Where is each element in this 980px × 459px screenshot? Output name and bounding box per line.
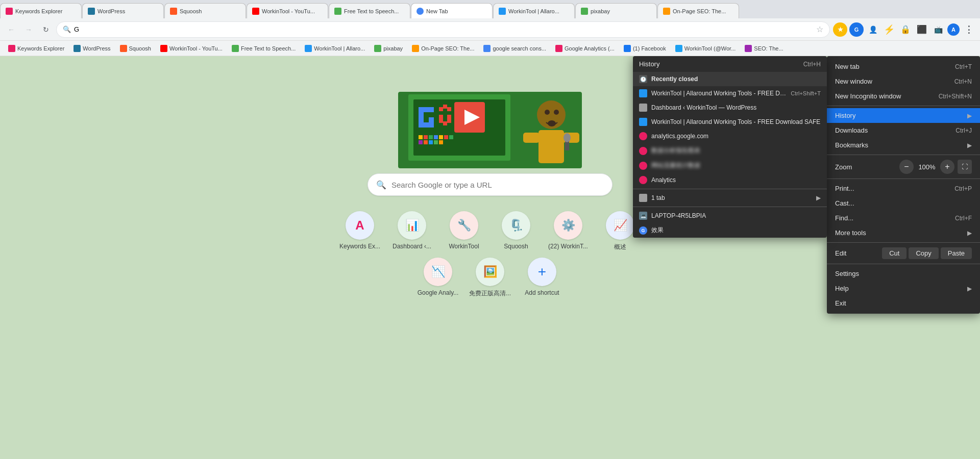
menu-item-new-window[interactable]: New window Ctrl+N	[827, 74, 980, 89]
tab-pixabay[interactable]: pixabay	[575, 3, 657, 18]
history-item-blur-2[interactable]: 网站流量统计数据	[633, 158, 827, 173]
forward-button[interactable]: →	[21, 22, 36, 37]
bookmark-workintool-yt[interactable]: WorkinTool - YouTu...	[156, 42, 227, 55]
recently-closed-icon: 🕐	[639, 75, 647, 83]
extension-icon-2[interactable]: G	[849, 22, 864, 37]
menu-label-print: Print...	[835, 185, 954, 192]
history-item-workintool-2[interactable]: WorkinTool | Allaround Working Tools - F…	[633, 115, 827, 129]
menu-label-cast: Cast...	[835, 199, 972, 207]
address-bar[interactable]: 🔍 ☆	[56, 21, 830, 38]
extension-icon-5[interactable]: 🔒	[898, 22, 913, 37]
tab-keywords-explorer[interactable]: Keywords Explorer	[0, 3, 82, 18]
bookmark-pixabay[interactable]: pixabay	[370, 42, 407, 55]
copy-button[interactable]: Copy	[909, 247, 938, 259]
bookmark-workintool-allaro[interactable]: WorkinTool | Allaro...	[301, 42, 369, 55]
tab-onpage-seo[interactable]: On-Page SEO: The...	[657, 3, 739, 18]
tab-tts[interactable]: Free Text to Speech...	[329, 3, 410, 18]
history-item-dashboard[interactable]: Dashboard ‹ WorkinTool — WordPress	[633, 100, 827, 115]
three-dot-menu-button[interactable]: ⋮	[962, 22, 976, 37]
zoom-in-button[interactable]: +	[940, 160, 954, 174]
menu-item-help[interactable]: Help ▶	[827, 281, 980, 296]
svg-rect-6	[419, 122, 424, 128]
menu-item-bookmarks[interactable]: Bookmarks ▶	[827, 138, 980, 152]
fullscreen-button[interactable]: ⛶	[958, 160, 972, 174]
reload-button[interactable]: ↻	[39, 22, 53, 37]
shortcut-workintool[interactable]: 🔧 WorkinTool	[441, 211, 487, 251]
cut-button[interactable]: Cut	[882, 247, 906, 259]
recently-closed-header[interactable]: 🕐 Recently closed	[633, 72, 827, 86]
extension-icon-1[interactable]: ★	[833, 22, 847, 37]
tab-favicon-squoosh	[170, 8, 177, 15]
bookmark-favicon-keywords	[8, 45, 15, 52]
history-item-analytics[interactable]: Analytics	[633, 173, 827, 187]
shortcut-squoosh[interactable]: 🗜️ Squoosh	[493, 211, 539, 251]
menu-label-new-window: New window	[835, 78, 954, 85]
bookmark-facebook[interactable]: (1) Facebook	[620, 42, 670, 55]
shortcut-pixabay[interactable]: 🖼️ 免费正版高清...	[467, 258, 513, 298]
shortcut-add[interactable]: + Add shortcut	[519, 258, 565, 298]
tab-favicon-keywords	[6, 8, 13, 15]
extension-icon-4[interactable]: ⚡	[882, 22, 896, 37]
bookmark-tts[interactable]: Free Text to Speech...	[228, 42, 300, 55]
shortcut-dashboard[interactable]: 📊 Dashboard ‹...	[389, 211, 435, 251]
svg-point-42	[564, 133, 571, 142]
bookmark-seo[interactable]: SEO: The...	[741, 42, 787, 55]
menu-item-cast[interactable]: Cast...	[827, 196, 980, 211]
bookmark-squoosh[interactable]: Squoosh	[116, 42, 155, 55]
menu-item-find[interactable]: Find... Ctrl+F	[827, 211, 980, 225]
bookmark-gsc[interactable]: google search cons...	[479, 42, 550, 55]
shortcut-analytics[interactable]: 📉 Google Analy...	[415, 258, 461, 298]
menu-label-history: History	[835, 112, 965, 119]
svg-rect-14	[439, 107, 443, 111]
cast-icon[interactable]: 📺	[931, 22, 945, 37]
bookmark-wordpress[interactable]: WordPress	[69, 42, 114, 55]
svg-rect-18	[447, 107, 451, 111]
url-input[interactable]	[74, 26, 816, 33]
bookmark-label-workintool-yt: WorkinTool - YouTu...	[169, 45, 223, 52]
shortcut-keywords[interactable]: A Keywords Ex...	[337, 211, 383, 251]
history-item-laptop[interactable]: 💻 LAPTOP-4R5LBPIA	[633, 209, 827, 223]
shortcut-icon-gaiyao: 📈	[606, 211, 634, 240]
bookmark-twitter-wt[interactable]: WorkinTool (@Wor...	[671, 42, 740, 55]
history-item-analytics-google[interactable]: analytics.google.com	[633, 129, 827, 143]
svg-rect-4	[419, 112, 424, 117]
extension-icon-6[interactable]: ⬛	[915, 22, 929, 37]
bookmark-favicon-facebook	[624, 45, 631, 52]
menu-item-history[interactable]: History ▶	[827, 108, 980, 123]
tab-workintool-allaro[interactable]: WorkinTool | Allaro...	[493, 3, 575, 18]
bookmark-keywords[interactable]: Keywords Explorer	[4, 42, 68, 55]
menu-item-incognito[interactable]: New Incognito window Ctrl+Shift+N	[827, 89, 980, 104]
bookmark-label-tts: Free Text to Speech...	[241, 45, 296, 52]
shortcut-label-keywords: Keywords Ex...	[339, 243, 380, 250]
svg-point-39	[554, 110, 559, 115]
extension-icon-3[interactable]: 👤	[866, 22, 880, 37]
back-button[interactable]: ←	[4, 22, 18, 37]
svg-rect-20	[447, 119, 451, 123]
zoom-out-button[interactable]: −	[899, 160, 914, 174]
paste-button[interactable]: Paste	[941, 247, 972, 259]
history-item-search[interactable]: G 效果	[633, 223, 827, 238]
tab-newtab-active[interactable]: New Tab	[411, 3, 493, 18]
menu-item-more-tools[interactable]: More tools ▶	[827, 225, 980, 240]
search-bar[interactable]: 🔍	[368, 173, 612, 196]
menu-item-exit[interactable]: Exit	[827, 296, 980, 311]
history-item-blur-1[interactable]: 数据分析报告图表	[633, 143, 827, 158]
menu-item-downloads[interactable]: Downloads Ctrl+J	[827, 123, 980, 138]
svg-rect-24	[429, 135, 433, 139]
menu-item-print[interactable]: Print... Ctrl+P	[827, 181, 980, 196]
tab-squoosh[interactable]: Squoosh	[164, 3, 246, 18]
bookmark-ga[interactable]: Google Analytics (...	[551, 42, 619, 55]
tab-wordpress[interactable]: WordPress	[82, 3, 164, 18]
shortcut-label-dashboard: Dashboard ‹...	[393, 243, 431, 250]
bookmark-star-icon[interactable]: ☆	[816, 24, 823, 34]
profile-icon[interactable]: A	[947, 23, 960, 36]
search-input[interactable]	[391, 181, 604, 189]
shortcut-workintool2[interactable]: ⚙️ (22) WorkinT...	[545, 211, 591, 251]
tab-workintool-yt[interactable]: WorkinTool - YouTu...	[247, 3, 328, 18]
menu-item-settings[interactable]: Settings	[827, 266, 980, 281]
history-item-1tab[interactable]: 1 tab ▶	[633, 191, 827, 205]
history-item-workintool-1[interactable]: WorkinTool | Allaround Working Tools - F…	[633, 86, 827, 100]
menu-arrow-history: ▶	[967, 112, 972, 119]
menu-item-new-tab[interactable]: New tab Ctrl+T	[827, 59, 980, 74]
bookmark-onpage-seo[interactable]: On-Page SEO: The...	[408, 42, 478, 55]
